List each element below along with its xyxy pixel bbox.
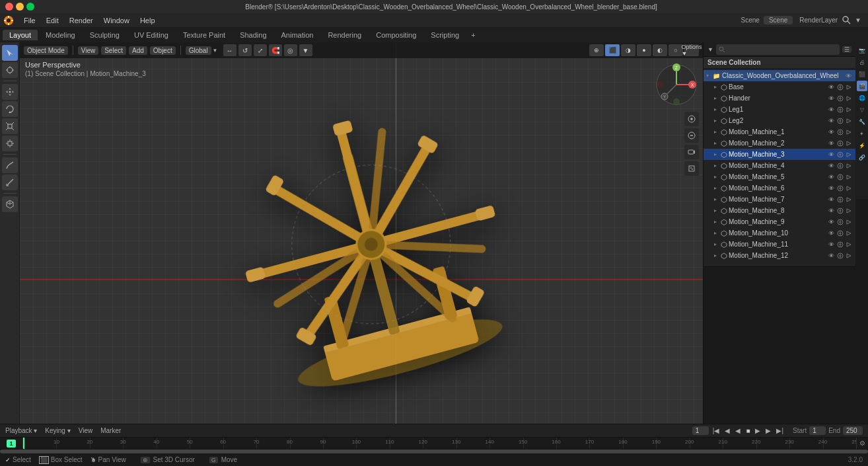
tab-uv-editing[interactable]: UV Editing [127, 30, 175, 40]
menu-help[interactable]: Help [135, 15, 161, 26]
vis-eye-13[interactable]: 👁 [828, 230, 834, 237]
play-stop[interactable]: ■ [744, 427, 751, 434]
xray-toggle[interactable]: ◑ [621, 44, 635, 56]
output-props-btn[interactable]: 🖨 [857, 57, 867, 67]
sc-item-motion_machine_7[interactable]: ▸ Motion_Machine_7 👁 [704, 194, 855, 205]
select-tool[interactable] [2, 45, 18, 61]
vis-eye-3[interactable]: 👁 [828, 118, 834, 124]
step-back[interactable]: ◀ [723, 427, 731, 434]
solid-shading[interactable]: ● [637, 44, 651, 56]
vis-eye-7[interactable]: 👁 [828, 163, 834, 169]
maximize-button[interactable] [26, 3, 34, 11]
view-menu[interactable]: View [78, 46, 99, 55]
tab-rendering[interactable]: Rendering [321, 30, 368, 40]
sc-item-motion_machine_12[interactable]: ▸ Motion_Machine_12 👁 [704, 250, 855, 261]
add-workspace-button[interactable]: + [467, 30, 479, 40]
transform-tool[interactable] [2, 136, 18, 151]
start-frame-input[interactable]: 1 [809, 426, 826, 435]
mode-selector[interactable]: Object Mode [24, 46, 68, 55]
sc-item-hander[interactable]: ▸ Hander 👁 [704, 93, 855, 104]
transform-icon-3[interactable]: ⤢ [254, 44, 267, 56]
measure-tool[interactable] [2, 175, 18, 190]
tab-scripting[interactable]: Scripting [424, 30, 466, 40]
vis-eye-12[interactable]: 👁 [828, 219, 834, 225]
window-controls[interactable] [5, 3, 34, 11]
snap-icon[interactable]: 🧲 [269, 44, 282, 56]
filter-icon-topbar[interactable]: ▼ [855, 17, 861, 24]
sc-item-motion_machine_5[interactable]: ▸ Motion_Machine_5 👁 [704, 171, 855, 182]
tab-compositing[interactable]: Compositing [369, 30, 423, 40]
show-gizmos[interactable]: ⊕ [589, 44, 604, 56]
proportional-icon[interactable]: ◎ [284, 44, 297, 56]
tab-shading[interactable]: Shading [233, 30, 273, 40]
view-layer-btn[interactable]: ⬛ [857, 69, 867, 79]
sc-item-motion_machine_4[interactable]: ▸ Motion_Machine_4 👁 [704, 160, 855, 171]
world-props-btn[interactable]: 🌐 [857, 93, 867, 103]
global-selector[interactable]: Global [186, 46, 211, 55]
scene-props-btn[interactable]: 🎬 [857, 81, 867, 91]
vis-eye-9[interactable]: 👁 [828, 185, 834, 192]
menu-render[interactable]: Render [64, 15, 98, 26]
sc-item-motion_machine_2[interactable]: ▸ Motion_Machine_2 👁 [704, 137, 855, 149]
timeline-options[interactable]: ⚙ [859, 440, 865, 447]
sc-item-leg1[interactable]: ▸ Leg1 👁 [704, 104, 855, 115]
tab-sculpting[interactable]: Sculpting [83, 30, 126, 40]
annotate-tool[interactable] [2, 157, 18, 173]
camera-view[interactable] [684, 145, 699, 159]
transform-icon-1[interactable]: ↔ [223, 44, 236, 56]
minimize-button[interactable] [16, 3, 24, 11]
scale-tool[interactable] [2, 118, 18, 134]
jump-to-start[interactable]: |◀ [711, 427, 721, 434]
vis-eye-14[interactable]: 👁 [828, 241, 834, 248]
menu-file[interactable]: File [18, 15, 41, 26]
sc-item-motion_machine_6[interactable]: ▸ Motion_Machine_6 👁 [704, 182, 855, 194]
render-props-btn[interactable]: 📷 [857, 45, 867, 56]
end-frame-input[interactable]: 250 [843, 426, 863, 435]
close-button[interactable] [5, 3, 13, 11]
viewport[interactable]: Object Mode View Select Add Object Globa… [20, 42, 703, 424]
particles-props-btn[interactable]: ✦ [857, 128, 867, 139]
sc-item-root[interactable]: ▾ 📁 Classic_Wooden_Overbalanced_Wheel 👁 [704, 70, 855, 81]
vis-eye-11[interactable]: 👁 [828, 208, 834, 214]
transform-icon-2[interactable]: ↺ [238, 44, 252, 56]
zoom-in[interactable] [684, 112, 699, 126]
menu-edit[interactable]: Edit [41, 15, 64, 26]
filter-icon[interactable]: ▼ [707, 46, 713, 53]
material-shading[interactable]: ◐ [653, 44, 667, 56]
vis-icon-root[interactable]: 👁 [846, 73, 851, 79]
step-forward[interactable]: ▶ [764, 427, 772, 434]
select-menu[interactable]: Select [101, 46, 126, 55]
tab-modeling[interactable]: Modeling [39, 30, 82, 40]
show-overlays[interactable]: ⬛ [605, 44, 620, 56]
physics-props-btn[interactable]: ⚡ [857, 140, 867, 151]
vis-eye-5[interactable]: 👁 [828, 140, 834, 147]
vis-eye-10[interactable]: 👁 [828, 196, 834, 203]
scene-value[interactable]: Scene [764, 16, 793, 24]
play-forward[interactable]: ▶ [754, 427, 762, 434]
timeline-scroll-handle[interactable] [0, 449, 868, 453]
constraint-props-btn[interactable]: 🔗 [857, 152, 867, 163]
vis-eye-8[interactable]: 👁 [828, 174, 834, 180]
tl-view-menu[interactable]: View [79, 427, 93, 434]
tab-layout[interactable]: Layout [3, 30, 38, 40]
vis-eye-15[interactable]: 👁 [828, 252, 834, 259]
tl-keying-menu[interactable]: Keying ▾ [45, 427, 70, 434]
move-tool[interactable] [2, 84, 18, 100]
sc-item-motion_machine_8[interactable]: ▸ Motion_Machine_8 👁 [704, 205, 855, 216]
sc-item-leg2[interactable]: ▸ Leg2 👁 [704, 115, 855, 126]
options-menu[interactable]: Options ▼ [684, 44, 699, 56]
tl-marker-menu[interactable]: Marker [100, 427, 121, 434]
rotate-tool[interactable] [2, 101, 18, 117]
sc-item-base[interactable]: ▸ Base 👁 [704, 81, 855, 93]
tl-playback-menu[interactable]: Playback ▾ [5, 427, 37, 434]
vis-eye-1[interactable]: 👁 [828, 95, 834, 102]
sc-item-motion_machine_3[interactable]: ▸ Motion_Machine_3 👁 [704, 149, 855, 160]
zoom-out[interactable] [684, 128, 699, 143]
vis-eye-6[interactable]: 👁 [828, 151, 834, 158]
timeline-scrub[interactable]: 0102030405060708090100110120130140150160… [23, 438, 856, 449]
timeline-scrollbar[interactable] [0, 449, 868, 453]
tab-animation[interactable]: Animation [275, 30, 320, 40]
search-icon-topbar[interactable] [842, 15, 851, 26]
add-menu[interactable]: Add [129, 46, 147, 55]
sc-item-motion_machine_10[interactable]: ▸ Motion_Machine_10 👁 [704, 227, 855, 239]
